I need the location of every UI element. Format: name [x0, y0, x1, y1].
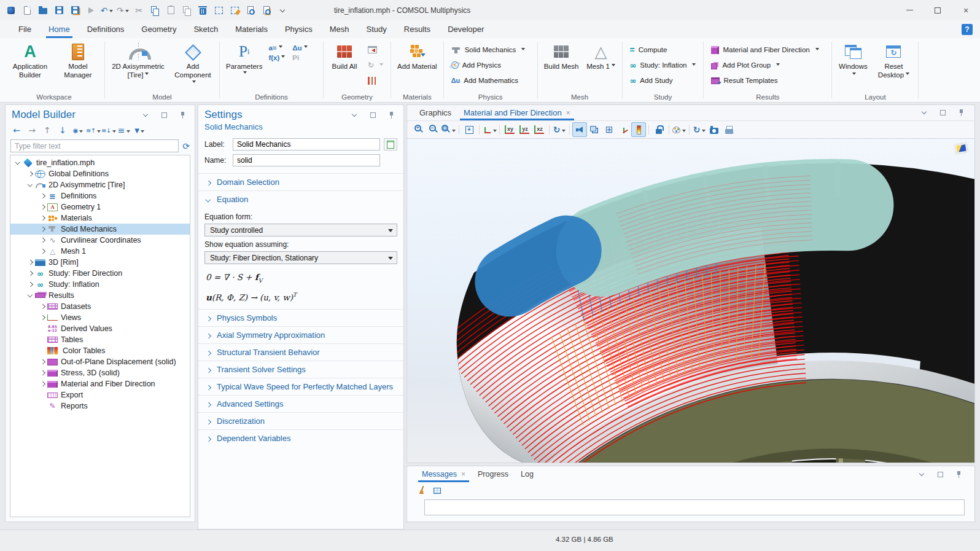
scene-light-icon[interactable]	[572, 122, 587, 137]
show-equation-select[interactable]: Study: Fiber Direction, Stationary	[204, 251, 397, 264]
delete-icon[interactable]	[195, 3, 210, 18]
copy-icon[interactable]	[147, 3, 162, 18]
collapse-refresh-icon[interactable]: ⟳	[182, 141, 190, 151]
section-discretization[interactable]: Discretization	[198, 412, 403, 429]
build-mesh-button[interactable]: Build Mesh	[543, 41, 580, 72]
tab-graphics[interactable]: Graphics	[413, 105, 457, 120]
tree-item[interactable]: Global Definitions	[10, 168, 190, 179]
undo-icon[interactable]: ↶	[99, 3, 114, 18]
tree-item[interactable]: Study: Fiber Direction	[10, 268, 190, 279]
separator[interactable]	[479, 125, 480, 135]
equation-form-select[interactable]: Study controlled	[204, 224, 397, 236]
tree-item[interactable]: Materials	[10, 213, 190, 224]
expander-icon[interactable]	[39, 313, 47, 322]
tree-item[interactable]: 2D Axisymmetric [Tire]	[10, 179, 190, 190]
study-inflation-dropdown[interactable]: ∞Study: Inflation	[628, 58, 699, 72]
solid-mechanics-dropdown[interactable]: Solid Mechanics	[449, 43, 528, 57]
section-equation[interactable]: Equation	[198, 190, 403, 208]
rotate-icon[interactable]: ↻	[552, 122, 567, 137]
tab-material-and-fiber-direction[interactable]: Material and Fiber Direction×	[457, 105, 577, 120]
application-builder-button[interactable]: A Application Builder	[9, 41, 52, 80]
camera-icon[interactable]	[707, 122, 721, 137]
tree-item[interactable]: Out-of-Plane Displacement (solid)	[10, 356, 190, 367]
tab-progress[interactable]: Progress	[472, 466, 515, 482]
expander-icon[interactable]	[39, 358, 47, 366]
separator[interactable]	[669, 125, 669, 135]
copy-image-icon[interactable]	[211, 3, 226, 18]
compact-view-icon[interactable]: ≡	[117, 123, 131, 138]
nonlocal-couplings-dropdown[interactable]: Δu	[292, 44, 307, 52]
tree-item[interactable]: Results	[10, 290, 190, 301]
panel-menu-icon[interactable]	[914, 467, 929, 482]
model-manager-button[interactable]: Model Manager	[56, 41, 99, 80]
panel-menu-icon[interactable]	[347, 107, 362, 122]
collapse-all-icon[interactable]: ≡↓	[101, 123, 116, 138]
expander-icon[interactable]	[26, 269, 35, 278]
tree-item[interactable]: Tables	[10, 334, 190, 345]
panel-pin-icon[interactable]	[384, 107, 399, 122]
import-button[interactable]	[365, 43, 386, 57]
panel-float-icon[interactable]	[935, 106, 950, 120]
print-icon[interactable]	[721, 122, 736, 137]
up-icon[interactable]: ↑	[40, 123, 55, 138]
close-button[interactable]: ×	[952, 0, 980, 20]
filter-input[interactable]	[10, 139, 179, 152]
find-icon[interactable]	[243, 3, 258, 18]
update-plot-icon[interactable]: ↻	[692, 122, 707, 137]
material-fiber-direction-dropdown[interactable]: Material and Fiber Direction	[709, 43, 821, 57]
update-geometry-button[interactable]: ↻	[365, 58, 386, 72]
panel-pin-icon[interactable]	[175, 107, 190, 122]
expander-icon[interactable]	[14, 158, 23, 167]
expander-icon[interactable]	[39, 247, 47, 256]
add-component-button[interactable]: Add Component	[171, 41, 214, 88]
add-physics-button[interactable]: Add Physics	[449, 58, 528, 72]
reset-desktop-button[interactable]: ↻ Reset Desktop	[874, 41, 913, 80]
section-axial-symmetry[interactable]: Axial Symmetry Approximation	[198, 326, 403, 343]
open-icon[interactable]	[36, 3, 50, 18]
tree-item[interactable]: Views	[10, 312, 190, 323]
tree-item[interactable]: Mesh 1	[10, 246, 190, 257]
separator[interactable]	[499, 125, 500, 135]
tree-item[interactable]: Derived Values	[10, 323, 190, 334]
tree-item[interactable]: Curvilinear Coordinates	[10, 235, 190, 246]
paste-icon[interactable]	[163, 3, 178, 18]
forward-icon[interactable]: →	[25, 123, 39, 138]
section-transient-solver[interactable]: Transient Solver Settings	[198, 361, 403, 378]
panel-pin-icon[interactable]	[951, 467, 966, 482]
compute-button[interactable]: =Compute	[628, 43, 699, 57]
expander-icon[interactable]	[39, 369, 47, 377]
parameters-button[interactable]: Pi Parameters	[225, 41, 263, 76]
tree-item[interactable]: Export	[10, 389, 190, 401]
lock-icon[interactable]	[651, 122, 666, 137]
separator[interactable]	[648, 125, 649, 135]
windows-button[interactable]: Windows	[837, 41, 869, 80]
go-to-view-icon[interactable]	[482, 122, 497, 137]
clear-messages-icon[interactable]	[414, 483, 429, 498]
grid-icon[interactable]: ⊞	[602, 122, 616, 137]
tree-item[interactable]: Material and Fiber Direction	[10, 378, 190, 389]
save-icon[interactable]	[52, 3, 66, 18]
axisymmetric-component-button[interactable]: 2D Axisymmetric [Tire]	[110, 41, 166, 80]
tree-item[interactable]: Color Tables	[10, 345, 190, 356]
maximize-button[interactable]	[924, 0, 952, 20]
section-domain-selection[interactable]: Domain Selection	[198, 173, 403, 190]
pi-button[interactable]: Pi	[292, 54, 307, 61]
tree-item[interactable]: Study: Inflation	[10, 279, 190, 290]
variables-dropdown[interactable]: a=	[268, 44, 285, 52]
expander-icon[interactable]	[39, 324, 47, 333]
expander-icon[interactable]	[39, 335, 47, 344]
expander-icon[interactable]	[26, 181, 35, 189]
filter-icon[interactable]: ▼	[132, 123, 147, 138]
expander-icon[interactable]	[39, 225, 47, 233]
graphics-canvas[interactable]	[406, 139, 975, 463]
view-xy-icon[interactable]: xy	[502, 122, 517, 137]
run-icon[interactable]	[84, 3, 98, 18]
partition-button[interactable]	[365, 74, 386, 87]
close-tab-icon[interactable]: ×	[566, 109, 570, 117]
copy-table-icon[interactable]	[430, 483, 445, 498]
transparency-icon[interactable]	[587, 122, 602, 137]
view-xz-icon[interactable]: xz	[532, 122, 546, 137]
tree-item[interactable]: Datasets	[10, 301, 190, 312]
expand-all-icon[interactable]: ≡↑	[86, 123, 101, 138]
mesh-1-button[interactable]: △ Mesh 1	[585, 41, 617, 72]
